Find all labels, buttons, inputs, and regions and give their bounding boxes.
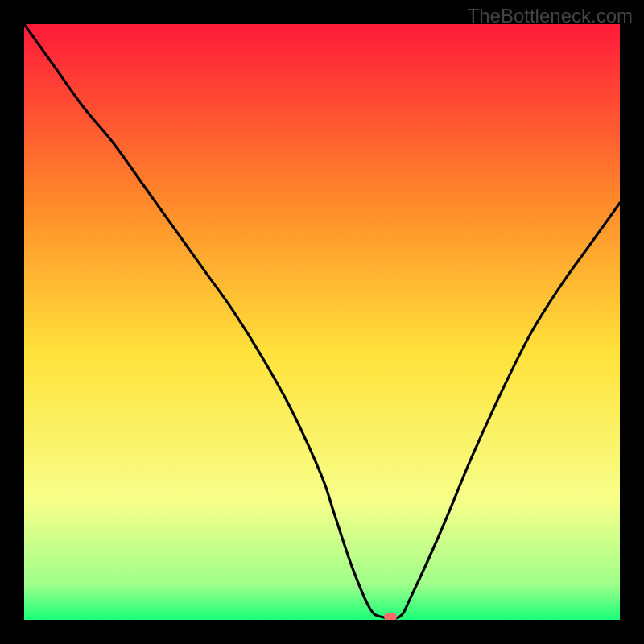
plot-area bbox=[24, 24, 620, 620]
watermark-text: TheBottleneck.com bbox=[468, 5, 633, 27]
chart-svg bbox=[24, 24, 620, 620]
gradient-background bbox=[24, 24, 620, 620]
chart-container: TheBottleneck.com bbox=[0, 0, 644, 644]
optimum-marker bbox=[384, 613, 397, 620]
